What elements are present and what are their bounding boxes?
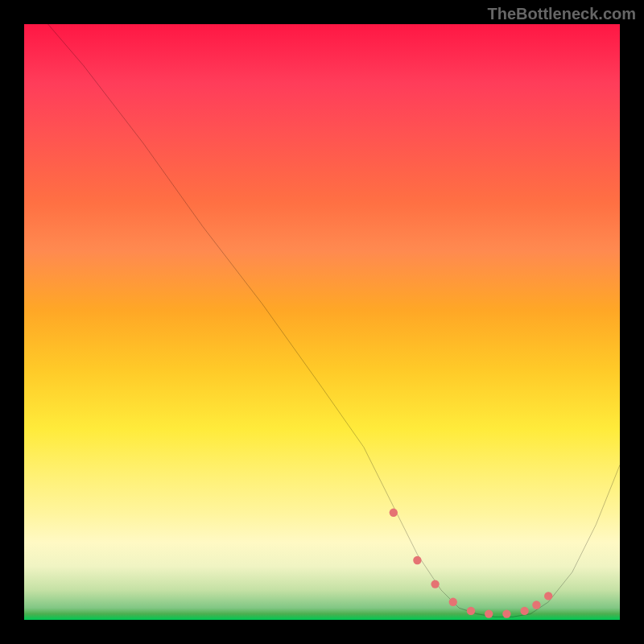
marker-point (431, 580, 439, 588)
highlight-markers (390, 509, 553, 618)
watermark-text: TheBottleneck.com (488, 5, 636, 23)
marker-point (485, 609, 493, 617)
marker-point (502, 609, 510, 617)
marker-point (449, 598, 457, 606)
marker-point (544, 592, 552, 600)
marker-point (413, 556, 421, 564)
marker-point (390, 509, 398, 517)
marker-point (467, 607, 475, 615)
marker-point (532, 601, 540, 609)
marker-point (520, 607, 528, 615)
bottleneck-curve (48, 24, 620, 617)
chart-svg (24, 24, 620, 620)
